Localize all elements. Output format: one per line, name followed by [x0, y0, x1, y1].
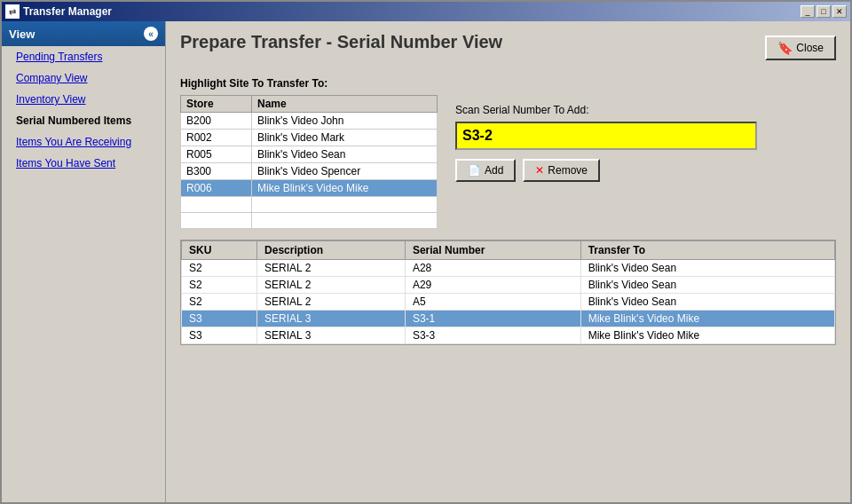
col-header-transfer_to: Transfer To [580, 241, 834, 260]
sidebar-collapse-icon[interactable]: « [144, 27, 158, 41]
col-header-serial_number: Serial Number [405, 241, 580, 260]
scan-input[interactable] [455, 122, 757, 150]
store-col-header: Store [181, 96, 252, 113]
col-header-sku: SKU [182, 241, 257, 260]
window-controls: _ □ ✕ [801, 5, 847, 18]
main-window: ⇄ Transfer Manager _ □ ✕ View « Pending … [0, 0, 852, 504]
store-table-row[interactable]: B300Blink's Video Spencer [181, 163, 438, 180]
store-table-row[interactable]: R005Blink's Video Sean [181, 146, 438, 163]
data-table: SKUDescriptionSerial NumberTransfer To S… [181, 240, 835, 344]
sidebar-item-pending-transfers[interactable]: Pending Transfers [2, 46, 165, 67]
scan-section: Scan Serial Number To Add: 📄 Add ✕ Remov… [455, 77, 836, 229]
data-table-row[interactable]: S2SERIAL 2A29Blink's Video Sean [182, 277, 835, 294]
app-icon: ⇄ [5, 4, 20, 19]
data-table-row[interactable]: S3SERIAL 3S3-3Mike Blink's Video Mike [182, 327, 835, 344]
window-close-button[interactable]: ✕ [832, 5, 847, 18]
sidebar: View « Pending Transfers Company View In… [2, 21, 166, 502]
col-header-description: Description [257, 241, 406, 260]
highlight-label: Highlight Site To Transfer To: [180, 77, 438, 90]
sidebar-item-company-view[interactable]: Company View [2, 67, 165, 89]
page-title: Prepare Transfer - Serial Number View [180, 32, 502, 52]
sidebar-item-items-receiving[interactable]: Items You Are Receiving [2, 131, 165, 153]
title-bar: ⇄ Transfer Manager _ □ ✕ [2, 2, 850, 21]
two-column-layout: Highlight Site To Transfer To: Store Nam… [180, 77, 836, 229]
top-row: Prepare Transfer - Serial Number View 🔖 … [180, 32, 836, 67]
store-table-row[interactable]: B200Blink's Video John [181, 113, 438, 130]
close-button[interactable]: 🔖 Close [765, 35, 836, 60]
sidebar-item-inventory-view[interactable]: Inventory View [2, 89, 165, 110]
store-table: Store Name B200Blink's Video JohnR002Bli… [180, 95, 438, 229]
store-table-empty-row [181, 197, 438, 213]
window-title: Transfer Manager [23, 5, 797, 18]
sidebar-header-label: View [9, 28, 35, 41]
data-table-row[interactable]: S2SERIAL 2A28Blink's Video Sean [182, 260, 835, 277]
store-table-row[interactable]: R006Mike Blink's Video Mike [181, 180, 438, 197]
data-table-container: SKUDescriptionSerial NumberTransfer To S… [180, 240, 836, 345]
add-icon: 📄 [468, 164, 481, 177]
action-buttons: 📄 Add ✕ Remove [455, 159, 836, 182]
remove-button[interactable]: ✕ Remove [523, 159, 600, 182]
sidebar-header: View « [2, 21, 165, 46]
name-col-header: Name [252, 96, 438, 113]
data-table-row[interactable]: S2SERIAL 2A5Blink's Video Sean [182, 294, 835, 311]
add-button[interactable]: 📄 Add [455, 159, 516, 182]
remove-icon: ✕ [535, 164, 544, 177]
maximize-button[interactable]: □ [816, 5, 831, 18]
store-selection-section: Highlight Site To Transfer To: Store Nam… [180, 77, 438, 229]
store-table-row[interactable]: R002Blink's Video Mark [181, 130, 438, 146]
sidebar-item-items-sent[interactable]: Items You Have Sent [2, 153, 165, 174]
minimize-button[interactable]: _ [801, 5, 815, 18]
sidebar-item-serial-numbered-items[interactable]: Serial Numbered Items [2, 110, 165, 131]
main-layout: View « Pending Transfers Company View In… [2, 21, 850, 502]
content-area: Prepare Transfer - Serial Number View 🔖 … [166, 21, 850, 502]
store-table-empty-row [181, 213, 438, 229]
close-icon: 🔖 [777, 41, 793, 55]
data-table-row[interactable]: S3SERIAL 3S3-1Mike Blink's Video Mike [182, 311, 835, 327]
scan-label: Scan Serial Number To Add: [455, 104, 836, 116]
